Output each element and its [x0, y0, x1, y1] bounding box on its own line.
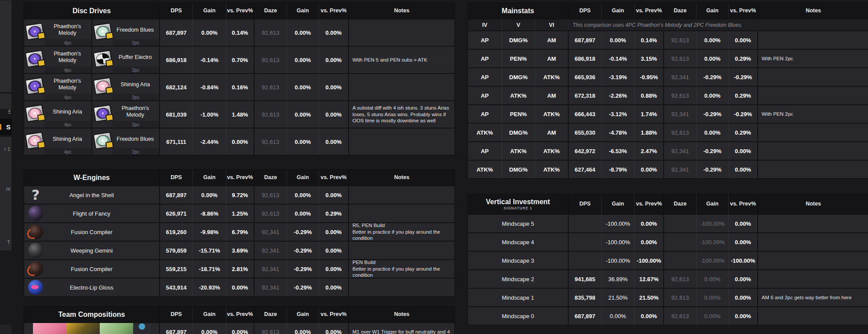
- mainstat-v: DMG%: [501, 68, 535, 86]
- table-title-cell: Vertical InvestmentSIGNATURE 1: [468, 195, 568, 214]
- notes-value: R5, PEN Build Better in practice if you …: [348, 223, 454, 241]
- mainstat-iv: AP: [468, 50, 501, 67]
- mainstat-v: DMG%: [501, 161, 535, 178]
- gain-value: -4.78%: [601, 124, 634, 141]
- pc-badge: 4pc: [44, 121, 91, 128]
- rail-text-fragment: r 1: [4, 147, 10, 152]
- mainstat-cell: APATK%ATK%: [468, 142, 568, 160]
- column-header: vs. Prev%: [728, 3, 757, 18]
- rail-panel: [0, 93, 12, 109]
- vs-prev-value: 0.16%: [226, 74, 254, 100]
- vertical-investment-table: Vertical InvestmentSIGNATURE 1DPSGainvs.…: [468, 194, 868, 325]
- rail-text-fragment: nt: [6, 186, 10, 191]
- vs-prev-value: 0.14%: [634, 31, 663, 49]
- daze-value: 92,341: [254, 279, 287, 296]
- column-header: vs. Prev%: [319, 170, 348, 185]
- notes-value: [757, 161, 868, 178]
- pc-badge: 4pc: [44, 39, 91, 46]
- table-row: APPEN%AM686,918-0.14%3.15%92,6130.00%0.2…: [468, 49, 868, 67]
- column-header: DPS: [568, 195, 601, 214]
- daze-value: 92,341: [663, 68, 696, 86]
- daze-gain-value: 0.00%: [287, 323, 319, 334]
- mainstat-vi: AM: [535, 87, 568, 104]
- table-row: Flight of Fancy626,971-8.86%1.25%92,6130…: [24, 204, 454, 222]
- mainstat-iv: AP: [468, 31, 501, 49]
- vs-prev-value: -0.95%: [634, 68, 663, 86]
- notes-value: AM 6 and 2pc gets way better from here: [757, 289, 868, 306]
- table-row: Phaethon's Melody4pcPuffer Electro2pc686…: [24, 46, 454, 73]
- gain-value: -18.71%: [192, 260, 226, 278]
- team-avatars: [33, 323, 151, 334]
- notes-value: [348, 128, 454, 155]
- daze-gain-value: 0.00%: [287, 101, 319, 128]
- wengine-flight-icon: [28, 206, 43, 221]
- daze-value: [663, 252, 696, 269]
- daze-gain-value: -0.29%: [696, 105, 728, 123]
- notes-value: [348, 205, 454, 222]
- gain-value: -0.14%: [192, 47, 226, 73]
- gain-value: -2.26%: [601, 87, 634, 104]
- disc-set: Phaethon's Melody2pc: [91, 101, 160, 128]
- disc-set: Puffer Electro2pc: [91, 47, 160, 73]
- rail-link-fragment[interactable]: 4: [8, 108, 11, 114]
- rail-section-header: S: [0, 119, 12, 135]
- rail-header-fragment: S: [6, 123, 11, 131]
- avatar-pink-icon: [33, 323, 66, 334]
- daze-vs-prev-value: 0.00%: [319, 279, 348, 296]
- daze-vs-prev-value: 0.00%: [728, 270, 757, 288]
- pc-badge: 2pc: [113, 94, 160, 100]
- vs-prev-value: 0.14%: [226, 19, 254, 46]
- daze-vs-prev-value: 0.00%: [319, 323, 348, 334]
- mainstat-vi: AM: [535, 124, 568, 141]
- set-name-label: Freedom Blues: [113, 130, 159, 148]
- disc-aria-icon: [93, 77, 113, 95]
- wengine-name: Weeping Gemini: [24, 247, 159, 254]
- rail-panel: [0, 0, 12, 92]
- wengine-lipgloss-icon: [28, 280, 43, 295]
- disc-aria-icon: [25, 104, 45, 122]
- daze-gain-value: 0.00%: [696, 31, 728, 49]
- vs-prev-value: 21.50%: [634, 289, 663, 306]
- daze-value: [663, 215, 696, 232]
- vs-prev-value: 0.00%: [634, 215, 663, 232]
- mainstat-v: ATK%: [501, 87, 535, 104]
- daze-vs-prev-value: 0.29%: [728, 124, 757, 141]
- table-row: Phaethon's Melody4pcFreedom Blues2pc687,…: [24, 18, 454, 46]
- gain-value: 0.00%: [601, 31, 634, 49]
- daze-gain-value: -0.29%: [696, 161, 728, 178]
- daze-gain-value: 0.00%: [696, 124, 728, 141]
- vs-prev-value: 3.15%: [634, 50, 663, 67]
- gain-value: -8.86%: [192, 205, 226, 222]
- daze-gain-value: -0.29%: [696, 68, 728, 86]
- vs-prev-value: 0.00%: [634, 233, 663, 251]
- daze-vs-prev-value: 0.00%: [728, 289, 757, 306]
- mainstat-cell: APPEN%ATK%: [468, 105, 568, 123]
- daze-value: 92,341: [663, 142, 696, 160]
- disc-freedom-icon: [93, 132, 113, 150]
- dps-value: 681,039: [159, 101, 192, 128]
- daze-vs-prev-value: 0.29%: [319, 205, 348, 222]
- gain-value: -20.93%: [192, 279, 226, 296]
- column-header: vs. Prev%: [728, 195, 757, 214]
- dps-value: 687,897: [159, 323, 192, 334]
- dps-value: 626,971: [159, 205, 192, 222]
- mainstat-iv: AP: [468, 87, 501, 104]
- daze-vs-prev-value: 0.29%: [728, 87, 757, 104]
- daze-value: 92,341: [663, 161, 696, 178]
- mainstat-cell: APDMG%ATK%: [468, 68, 568, 86]
- column-header: vs. Prev%: [226, 3, 254, 18]
- rail-panel: r 1 nt T: [0, 136, 12, 251]
- daze-value: 92,613: [663, 50, 696, 67]
- notes-value: [757, 124, 868, 141]
- pc-badge: 4pc: [44, 66, 91, 73]
- mainstat-v: DMG%: [501, 31, 535, 49]
- page-title: W-Engines: [73, 174, 109, 182]
- daze-vs-prev-value: 0.00%: [728, 31, 757, 49]
- mindscape-cell: Mindscape 0: [468, 307, 568, 325]
- mainstat-vi: ATK%: [535, 142, 568, 160]
- table-title-cell: Disc Drives: [24, 3, 159, 18]
- dps-value: 543,914: [159, 279, 192, 296]
- page-title: Disc Drives: [73, 7, 111, 15]
- vs-prev-value: -100.00%: [634, 252, 663, 269]
- column-header: DPS: [159, 307, 192, 322]
